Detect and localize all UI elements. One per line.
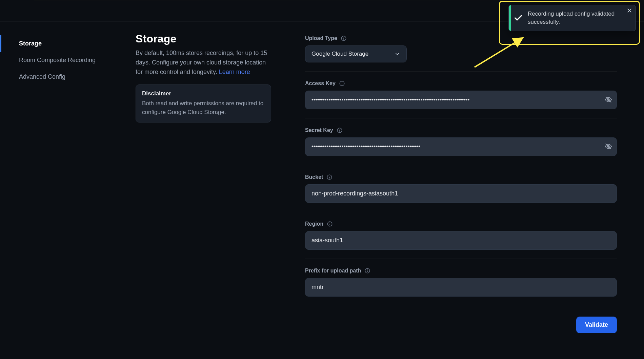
info-icon[interactable] — [337, 127, 343, 133]
secret-key-label: Secret Key — [305, 127, 333, 133]
bucket-label: Bucket — [305, 174, 323, 180]
upload-type-selected: Google Cloud Storage — [311, 51, 368, 57]
prefix-label: Prefix for upload path — [305, 268, 361, 274]
section-region: Region — [305, 212, 617, 259]
toggle-secret-key-visibility-button[interactable] — [605, 143, 612, 151]
sidebar-item-label: Advanced Config — [19, 73, 65, 80]
region-input[interactable] — [305, 231, 617, 250]
info-icon[interactable] — [339, 80, 345, 87]
bucket-input[interactable] — [305, 184, 617, 203]
info-icon[interactable] — [364, 268, 370, 274]
learn-more-link[interactable]: Learn more — [219, 69, 250, 75]
chevron-down-icon — [394, 51, 400, 57]
storage-intro: Storage By default, 100ms stores recordi… — [136, 33, 271, 305]
toggle-access-key-visibility-button[interactable] — [605, 96, 612, 104]
top-accent — [34, 0, 644, 0]
access-key-label: Access Key — [305, 80, 336, 87]
validate-button-label: Validate — [585, 321, 608, 328]
content: Storage By default, 100ms stores recordi… — [136, 22, 644, 359]
eye-off-icon — [605, 146, 612, 151]
section-prefix: Prefix for upload path — [305, 259, 617, 305]
toast-close-button[interactable] — [627, 8, 632, 14]
page-title: Storage — [136, 33, 271, 45]
eye-off-icon — [605, 99, 612, 104]
disclaimer-body: Both read and write permissions are requ… — [142, 99, 265, 117]
prefix-input[interactable] — [305, 278, 617, 297]
secret-key-input[interactable] — [305, 137, 617, 156]
sidebar-item-label: Storage — [19, 40, 42, 47]
page-description: By default, 100ms stores recordings, for… — [136, 49, 271, 77]
region-label: Region — [305, 221, 323, 227]
section-upload-type: Upload Type Google Cloud Storage — [305, 35, 617, 72]
sidebar: Storage Room Composite Recording Advance… — [0, 22, 136, 359]
svg-point-23 — [329, 223, 330, 223]
sidebar-item-label: Room Composite Recording — [19, 57, 96, 63]
svg-point-26 — [367, 269, 368, 270]
validate-button[interactable]: Validate — [576, 317, 617, 333]
form-actions: Validate — [136, 309, 644, 347]
svg-point-15 — [339, 129, 340, 130]
sidebar-item-advanced-config[interactable]: Advanced Config — [0, 69, 136, 85]
sidebar-item-room-composite-recording[interactable]: Room Composite Recording — [0, 52, 136, 69]
sidebar-item-storage[interactable]: Storage — [0, 35, 136, 52]
upload-type-select[interactable]: Google Cloud Storage — [305, 45, 407, 62]
upload-type-label: Upload Type — [305, 35, 337, 41]
svg-point-20 — [329, 176, 330, 176]
section-bucket: Bucket — [305, 165, 617, 212]
info-icon[interactable] — [326, 174, 333, 180]
storage-form: Upload Type Google Cloud Storage — [305, 33, 617, 305]
disclaimer-card: Disclaimer Both read and write permissio… — [136, 84, 271, 123]
disclaimer-title: Disclaimer — [142, 90, 265, 97]
svg-point-7 — [343, 37, 344, 38]
info-icon[interactable] — [327, 221, 333, 227]
section-secret-key: Secret Key — [305, 118, 617, 165]
info-icon[interactable] — [341, 35, 347, 41]
close-icon — [627, 9, 632, 14]
svg-point-10 — [342, 82, 342, 83]
section-access-key: Access Key — [305, 72, 617, 118]
check-icon — [514, 13, 523, 23]
access-key-input[interactable] — [305, 91, 617, 109]
